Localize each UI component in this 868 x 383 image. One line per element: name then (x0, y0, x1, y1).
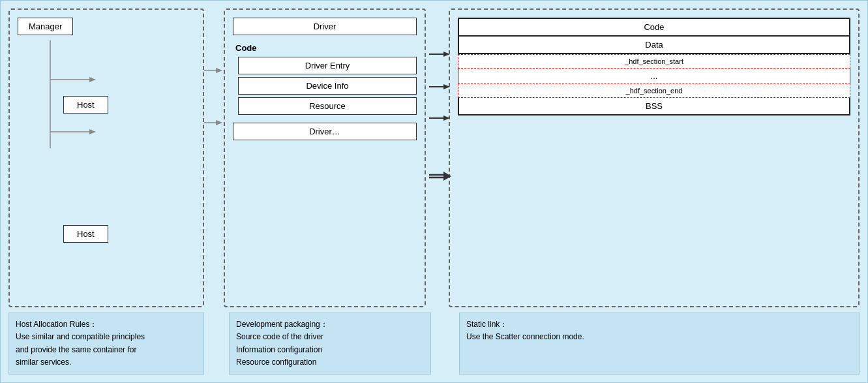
code-label: Code (235, 43, 417, 53)
hdf-end-box: _hdf_section_end (458, 84, 850, 98)
manager-box: Manager (18, 18, 73, 35)
driver-label: Driver (233, 18, 417, 35)
info-middle-title: Development packaging： (236, 318, 424, 331)
right-section: Code Data _hdf_section_start ... _hdf_se… (449, 8, 860, 307)
hdf-start-box: _hdf_section_start (458, 54, 850, 69)
resource-box: Resource (238, 97, 417, 115)
host-top-box: Host (63, 96, 108, 114)
left-to-middle-arrows (204, 8, 224, 217)
code-inner-boxes: Driver Entry Device Info Resource (238, 57, 417, 115)
info-left-line2: and provide the same container for (16, 344, 197, 356)
info-box-right: Static link： Use the Scatter connection … (459, 313, 860, 375)
bss-box: BSS (458, 98, 850, 115)
svg-marker-6 (216, 68, 222, 73)
driver-dots-box: Driver… (233, 123, 417, 140)
left-section: Manager Host Host (8, 8, 204, 307)
middle-section: Driver Code Driver Entry Device Info Res… (224, 8, 426, 307)
svg-marker-8 (216, 120, 222, 125)
info-middle-line1: Source code of the driver (236, 331, 424, 343)
driver-entry-box: Driver Entry (238, 57, 417, 74)
main-container: Manager Host Host (0, 0, 868, 383)
code-right-box: Code (458, 18, 850, 37)
info-box-left: Host Allocation Rules： Use similar and c… (8, 313, 204, 375)
info-right-title: Static link： (466, 318, 852, 331)
bottom-info-area: Host Allocation Rules： Use similar and c… (8, 313, 860, 375)
info-middle-line2: Information configuration (236, 344, 424, 356)
info-left-line1: Use similar and compatible principles (16, 331, 197, 343)
host-bottom-box: Host (63, 225, 108, 243)
data-right-box: Data (458, 37, 850, 54)
ellipsis-box: ... (458, 69, 850, 84)
info-box-middle: Development packaging： Source code of th… (229, 313, 431, 375)
info-left-title: Host Allocation Rules： (16, 318, 197, 331)
info-middle-line3: Resource configuration (236, 356, 424, 369)
device-info-box: Device Info (238, 77, 417, 95)
info-right-line1: Use the Scatter connection mode. (466, 331, 852, 343)
info-left-line3: similar services. (16, 356, 197, 369)
